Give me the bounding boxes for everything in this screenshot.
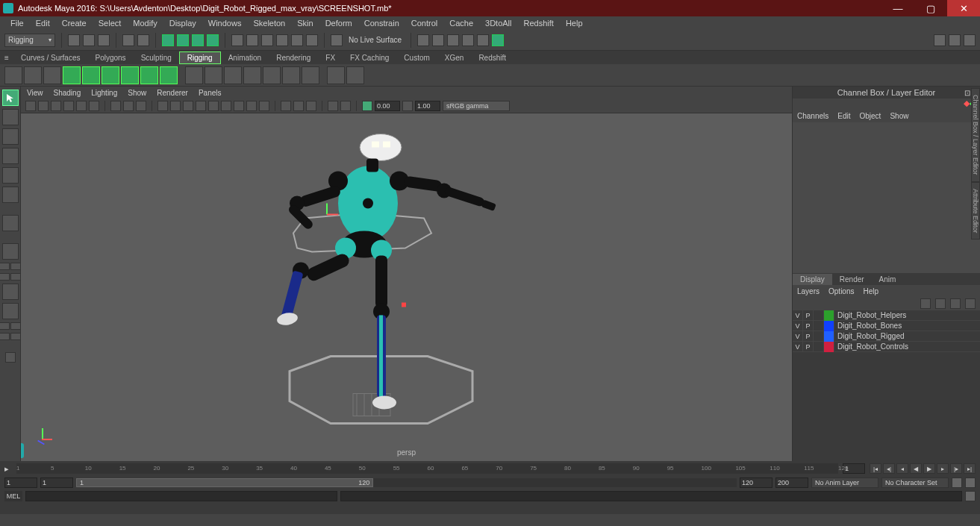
layer-menu-options[interactable]: Options [828,287,854,295]
select-object-icon[interactable] [192,34,204,46]
layer-playback-toggle[interactable]: P [803,310,814,321]
live-surface-icon[interactable] [331,34,343,46]
move-tool[interactable] [2,148,19,164]
menu-edit[interactable]: Edit [30,17,56,29]
vp-menu-panels[interactable]: Panels [199,89,222,97]
vp-color-toggle-icon[interactable] [362,101,372,111]
history-icon[interactable] [417,34,429,46]
vp-menu-view[interactable]: View [27,89,43,97]
cb-tab-channels[interactable]: Channels [797,112,828,120]
layout-persp-icon[interactable] [2,303,19,319]
vp-menu-renderer[interactable]: Renderer [157,89,188,97]
timeline-track[interactable]: 1510152025303540455055606570758085909510… [16,463,838,474]
vp-menu-lighting[interactable]: Lighting [91,89,117,97]
step-back-button[interactable]: ◂ [896,463,908,474]
layer-name[interactable]: Digit_Robot_Controls [834,342,908,351]
layer-row[interactable]: V P Digit_Robot_Bones [793,321,980,331]
select-hierarchy-icon[interactable] [177,34,189,46]
select-tool[interactable] [2,90,19,106]
open-scene-icon[interactable] [83,34,95,46]
layout-graph-icon[interactable] [0,333,10,340]
snap-point-icon[interactable] [261,34,273,46]
prefs-icon[interactable] [965,478,976,488]
layer-new-empty-icon[interactable] [950,298,961,309]
menu-cache[interactable]: Cache [443,17,479,29]
range-end-input[interactable] [775,478,808,488]
menu-control[interactable]: Control [405,17,443,29]
snap-view-icon[interactable] [306,34,318,46]
scale-tool[interactable] [2,187,19,203]
tool-settings-icon[interactable] [5,352,16,363]
shelf-tab-xgen[interactable]: XGen [437,52,472,63]
script-editor-icon[interactable] [965,491,976,501]
channel-color-icon[interactable]: ◆ [964,98,970,109]
viewport[interactable]: persp [21,113,792,461]
shelf-tab-polygons[interactable]: Polygons [87,52,133,63]
menu-display[interactable]: Display [163,17,202,29]
cb-tab-object[interactable]: Object [860,112,881,120]
go-end-button[interactable]: ▸| [964,463,976,474]
render-view-icon[interactable] [492,34,504,46]
vp-exposure-input[interactable] [375,101,400,111]
vp-light-icon[interactable] [196,101,206,111]
play-back-button[interactable]: ◀ [910,463,922,474]
shelf-tab-curves[interactable]: Curves / Surfaces [13,52,87,63]
vp-2d-icon[interactable] [63,101,74,111]
menu-create[interactable]: Create [56,17,93,29]
layer-move-down-icon[interactable] [935,298,946,309]
shelf-shrink-icon[interactable] [140,66,158,84]
vp-exposure-icon[interactable] [328,101,338,111]
layer-blank-cell[interactable] [814,331,824,342]
shelf-blend-icon[interactable] [102,66,119,84]
render-settings-icon[interactable] [462,34,474,46]
minimize-button[interactable]: — [881,0,914,16]
layer-color-swatch[interactable] [824,331,834,342]
vp-menu-show[interactable]: Show [128,89,146,97]
layer-row[interactable]: V P Digit_Robot_Helpers [793,310,980,321]
vp-film-icon[interactable] [89,101,99,111]
layout-2v-icon[interactable] [0,273,10,281]
layer-visibility-toggle[interactable]: V [793,310,803,321]
layer-color-swatch[interactable] [824,342,834,352]
layer-name[interactable]: Digit_Robot_Helpers [834,311,906,319]
vp-iso-icon[interactable] [281,101,291,111]
render-icon[interactable] [432,34,444,46]
layer-color-swatch[interactable] [824,310,834,321]
layer-menu-layers[interactable]: Layers [797,287,820,295]
anim-layer-dropdown[interactable]: No Anim Layer [811,478,878,488]
vp-gamma-input[interactable] [415,101,440,111]
layer-new-selected-icon[interactable] [965,298,976,309]
shelf-cluster-icon[interactable] [82,66,100,84]
layer-move-up-icon[interactable] [920,298,931,309]
layout-outliner-icon[interactable] [2,284,19,300]
vp-tex-icon[interactable] [183,101,193,111]
layer-visibility-toggle[interactable]: V [793,331,803,342]
layer-tab-anim[interactable]: Anim [872,274,904,285]
range-playend-input[interactable] [740,478,773,488]
close-button[interactable]: ✕ [947,0,980,16]
layout2-icon[interactable] [949,34,961,46]
last-tool[interactable] [2,215,19,231]
save-scene-icon[interactable] [98,34,110,46]
lasso-tool[interactable] [2,109,19,125]
step-forward-button[interactable]: ▸ [937,463,949,474]
select-mode-icon[interactable] [162,34,174,46]
layer-blank-cell[interactable] [814,321,824,331]
cb-tab-show[interactable]: Show [890,112,908,120]
maximize-button[interactable]: ▢ [914,0,947,16]
shelf-hammer-icon[interactable] [263,66,281,84]
shelf-copy-icon[interactable] [302,66,319,84]
menu-windows[interactable]: Windows [202,17,248,29]
layer-visibility-toggle[interactable]: V [793,342,803,352]
layer-playback-toggle[interactable]: P [803,331,814,342]
layout3-icon[interactable] [964,34,976,46]
layer-blank-cell[interactable] [814,342,824,352]
shelf-joint-icon[interactable] [4,66,22,84]
select-component-icon[interactable] [207,34,219,46]
shelf-tab-redshift[interactable]: Redshift [471,52,514,63]
shelf-ik-icon[interactable] [24,66,42,84]
layer-visibility-toggle[interactable]: V [793,321,803,331]
vp-shadow-icon[interactable] [208,101,219,111]
snap-curve-icon[interactable] [246,34,258,46]
vp-shade-icon[interactable] [170,101,181,111]
